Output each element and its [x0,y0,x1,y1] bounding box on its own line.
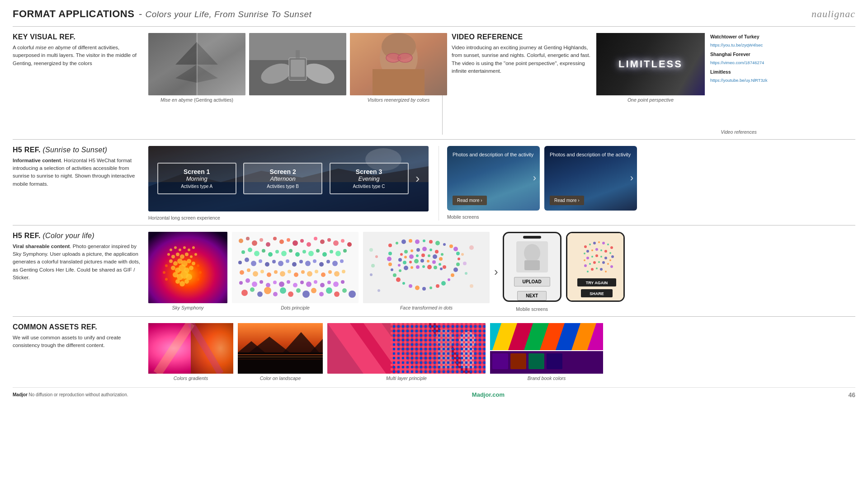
svg-point-231 [469,245,474,250]
svg-point-60 [163,271,165,274]
svg-point-63 [197,278,199,281]
svg-point-213 [427,260,429,263]
gradient-image [148,323,233,374]
svg-point-183 [415,286,420,290]
h5-color-content: Sky Symphony [148,232,625,312]
key-visual-images: Mise en abyme (Genting activities) [148,33,447,135]
multilayer-block: Multi layer principle [327,323,486,381]
screen-3-btn[interactable]: Screen 3 Evening Activities type C [330,163,409,194]
h5-screens-area: Screen 1 Morning Activities type A Scree… [148,146,429,221]
svg-point-92 [308,251,314,256]
svg-point-81 [347,242,352,247]
read-more-btn-2[interactable]: Read more › [550,196,584,205]
phone-2-block: TRY AGAIN SHARE [566,232,625,302]
shanghai-url[interactable]: https://vimeo.com/18746274 [710,60,764,65]
dots-principle-block: Dots principle [232,232,359,310]
mobile-1-overlay: Photos and description of the activity R… [447,146,540,211]
svg-point-79 [333,240,339,246]
upload-btn[interactable]: UPLOAD [514,277,550,286]
read-more-btn-1[interactable]: Read more › [453,196,487,205]
svg-marker-281 [238,352,323,374]
svg-point-182 [422,287,426,291]
svg-point-238 [584,245,587,248]
svg-point-190 [387,257,392,261]
gradient-caption: Colors gradients [174,375,208,381]
svg-point-174 [458,258,460,260]
multilayer-caption: Multi layer principle [386,375,427,381]
svg-point-127 [328,270,332,274]
svg-point-149 [264,287,271,294]
sky-symphony-block: Sky Symphony [148,232,227,310]
svg-point-28 [174,246,177,249]
svg-point-252 [611,255,614,258]
screen-2-btn[interactable]: Screen 2 Afternoon Activities type B [243,163,322,194]
video-caption-2: Video references [710,129,767,135]
svg-point-133 [259,280,263,284]
svg-point-104 [278,261,283,266]
svg-point-129 [342,270,345,273]
phone-1-caption: Mobile screens [516,306,548,312]
dots-caption: Dots principle [281,305,310,310]
key-visual-desc: A colorful mise en abyme of different ac… [13,44,143,67]
footer-website[interactable]: Madjor.com [472,391,505,398]
svg-point-220 [416,265,420,269]
svg-point-172 [453,247,458,251]
svg-point-68 [259,238,263,242]
svg-point-201 [404,256,407,258]
svg-point-109 [313,259,316,263]
svg-point-115 [247,268,250,272]
svg-point-178 [448,278,450,281]
limitless-url[interactable]: https://youtube.be/uy.NlRT3zk [710,78,767,83]
svg-marker-14 [296,50,300,59]
common-assets-label: COMMON ASSETS REF. We will use common as… [13,323,148,381]
h5-sunrise-desc: Informative content. Horizontal H5 WeCha… [13,157,143,188]
page-subtitle: Colors your Life, From Sunrise To Sunset [146,9,312,19]
page: FORMAT APPLICATIONS - Colors your Life, … [0,0,868,488]
screen-1-btn[interactable]: Screen 1 Morning Activities type A [157,163,236,194]
svg-point-66 [246,237,250,240]
h5-screens-caption: Horizontal long screen experience [148,215,429,221]
svg-point-187 [393,273,396,277]
face-caption: Face transformed in dots [400,305,453,310]
h5-screens-overlay: Screen 1 Morning Activities type A Scree… [148,146,429,211]
svg-point-141 [314,280,317,284]
svg-point-135 [273,281,277,284]
svg-point-50 [189,266,193,270]
svg-point-191 [388,252,392,255]
svg-point-145 [341,280,344,284]
svg-point-83 [248,248,252,252]
svg-point-159 [342,288,347,293]
phones-arrow: › [494,265,498,279]
svg-point-224 [440,267,443,270]
svg-point-251 [609,252,611,254]
svg-point-166 [415,239,420,244]
limitless-text: LIMITLESS [618,58,683,70]
screen-arrow: › [415,171,420,186]
h5-color-title: H5 REF. (Color your life) [13,232,143,240]
svg-point-177 [451,273,454,277]
svg-point-179 [441,281,446,286]
svg-point-90 [295,252,300,257]
svg-point-62 [165,278,168,281]
h5-sunrise-title: H5 REF. (Sunrise to Sunset) [13,146,143,154]
svg-point-227 [370,273,373,276]
face-dots-block: Face transformed in dots [363,232,490,310]
svg-point-44 [187,259,191,263]
svg-point-208 [398,264,401,267]
svg-point-229 [463,262,467,265]
svg-point-125 [315,270,318,273]
svg-point-193 [404,250,408,253]
watchtower-url[interactable]: https://you.tu.be/zyqW4lsec [710,42,763,47]
svg-point-61 [199,271,202,274]
kv-image-1 [148,33,245,95]
svg-point-249 [600,249,602,251]
svg-point-97 [343,249,347,253]
svg-point-261 [589,263,591,265]
svg-point-180 [436,284,439,288]
next-btn[interactable]: NEXT [517,291,547,300]
svg-point-139 [300,281,304,284]
key-visual-label: KEY VISUAL REF. A colorful mise en abyme… [13,33,148,135]
landscape-caption: Color on landscape [260,375,301,381]
svg-point-30 [183,246,186,249]
svg-point-142 [320,283,325,287]
